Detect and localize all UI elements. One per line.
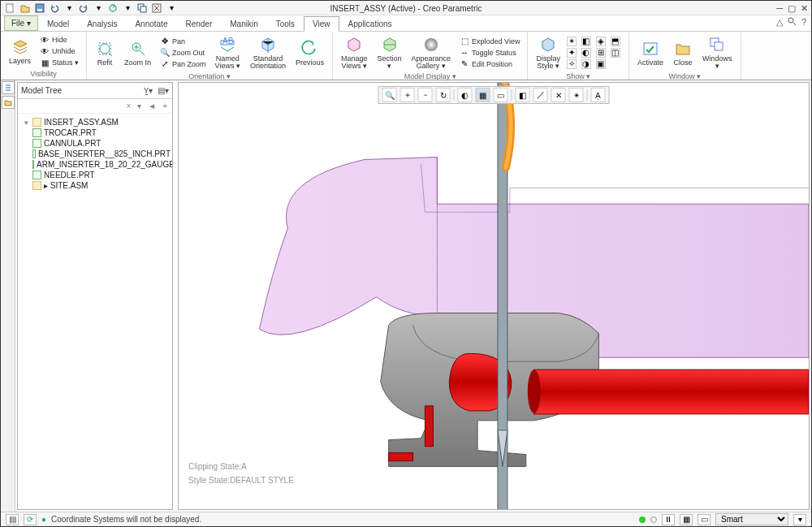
pan-zoom-button[interactable]: ⤢Pan Zoom [158, 58, 209, 70]
tree-item[interactable]: CANNULA.PRT [19, 138, 171, 149]
open-icon[interactable] [19, 2, 32, 15]
standard-orient-button[interactable]: Standard Orientation [247, 33, 289, 71]
tree-settings-icon[interactable]: ▤▾ [158, 86, 169, 95]
appearance-gallery-button[interactable]: Appearance Gallery ▾ [408, 33, 455, 71]
refit-icon[interactable]: 🔍 [382, 88, 397, 102]
clipping-state-label: Clipping State:A [188, 462, 294, 471]
close-win-icon[interactable] [150, 2, 163, 15]
tree-item[interactable]: ARM_INSERTER_18_20_22_GAUGE.PRT [19, 159, 171, 170]
tree-close-icon[interactable]: × [126, 102, 131, 110]
status-dropdown-icon[interactable]: ▾ [793, 514, 806, 525]
zoom-in-button[interactable]: Zoom In [121, 37, 154, 68]
tab-render[interactable]: Render [176, 16, 221, 31]
datum-point-icon[interactable]: ✕ [551, 88, 566, 102]
exploded-view-button[interactable]: ⬚Exploded View [457, 36, 522, 47]
shading-icon[interactable]: ◐ [458, 88, 473, 102]
tab-applications[interactable]: Applications [339, 16, 401, 31]
zoom-in-icon[interactable]: ＋ [400, 88, 415, 102]
zoom-out-button[interactable]: 🔍Zoom Out [158, 47, 209, 58]
close-icon[interactable]: ✕ [801, 3, 808, 14]
datum-axis-icon[interactable]: ／ [533, 88, 548, 102]
show-toggle-icon[interactable]: ◫ [611, 48, 620, 58]
layers-button[interactable]: Layers [6, 36, 34, 67]
status-tree-icon[interactable]: ▤ [6, 514, 19, 525]
show-toggle-icon[interactable]: ✦ [567, 48, 577, 58]
toggle-status-button[interactable]: ↔Toggle Status [457, 47, 522, 58]
pan-button[interactable]: ✥Pan [158, 36, 209, 47]
unhide-button[interactable]: 👁Unhide [37, 45, 81, 57]
windows-icon[interactable] [136, 2, 149, 15]
tab-file[interactable]: File ▾ [4, 15, 38, 31]
tab-tools[interactable]: Tools [267, 16, 304, 31]
close-button[interactable]: Close [670, 37, 696, 68]
tab-annotate[interactable]: Annotate [126, 16, 176, 31]
tree-item[interactable]: ▸ SITE.ASM [19, 180, 171, 191]
spin-icon[interactable]: ↻ [436, 88, 451, 102]
named-views-button[interactable]: ABNamed Views ▾ [212, 33, 244, 71]
visibility-stack: 👁Hide 👁Unhide ▦Status ▾ [37, 34, 81, 68]
refit-button[interactable]: Refit [92, 37, 118, 68]
dropdown-icon[interactable]: ▾ [121, 2, 134, 15]
3d-viewport[interactable]: 🔍 ＋ － ↻ ◐ ▦ ▭ ◧ ／ ✕ ✴ Ạ [178, 82, 810, 510]
dropdown-icon[interactable]: ▾ [63, 2, 76, 15]
save-icon[interactable] [33, 2, 46, 15]
tree-filter-icon[interactable]: Y̱▾ [144, 86, 153, 95]
show-toggle-icon[interactable]: ⬒ [611, 37, 620, 46]
side-tab-folder-icon[interactable] [2, 96, 15, 109]
status-box-icon[interactable]: ▭ [698, 514, 710, 525]
status-led-icon [639, 516, 646, 523]
maximize-icon[interactable]: ▢ [788, 3, 796, 14]
display-style-button[interactable]: Display Style ▾ [533, 33, 564, 71]
selection-filter-select[interactable]: Smart [715, 513, 788, 525]
tree-root[interactable]: ▾INSERT_ASSY.ASM [19, 117, 171, 127]
min-ribbon-icon[interactable]: △ [776, 17, 783, 28]
tree-item[interactable]: TROCAR.PRT [19, 127, 171, 138]
saved-view-icon[interactable]: ▦ [476, 88, 490, 102]
minimize-icon[interactable]: ─ [776, 3, 783, 13]
undo-icon[interactable] [48, 2, 61, 15]
tab-view[interactable]: View [304, 16, 339, 32]
annotation-icon[interactable]: Ạ [591, 88, 606, 102]
section-button[interactable]: Section ▾ [374, 33, 405, 71]
tree-dropdown-icon[interactable]: ▾ [137, 102, 141, 110]
show-toggle-icon[interactable]: ◐ [581, 48, 591, 58]
tab-analysis[interactable]: Analysis [78, 16, 126, 31]
dropdown-icon[interactable]: ▾ [92, 2, 105, 15]
status-grid-icon[interactable]: ▦ [680, 514, 693, 525]
tab-manikin[interactable]: Manikin [221, 16, 266, 31]
show-toggle-icon[interactable]: ⊞ [596, 48, 606, 58]
edit-position-button[interactable]: ✎Edit Position [457, 58, 522, 70]
tab-model[interactable]: Model [38, 16, 78, 31]
redo-icon[interactable] [77, 2, 90, 15]
show-toggle-icon[interactable]: ◈ [596, 37, 606, 46]
show-toggle-icon[interactable]: ◑ [581, 59, 591, 69]
show-toggle-icon[interactable]: ▣ [596, 59, 606, 69]
tree-item[interactable]: BASE_INSERTER__825_INCH.PRT [19, 149, 171, 159]
manage-views-button[interactable]: Manage Views ▾ [338, 33, 371, 71]
status-button[interactable]: ▦Status ▾ [37, 57, 81, 68]
search-icon[interactable] [788, 17, 797, 28]
activate-button[interactable]: Activate [634, 37, 667, 68]
named-views-icon: AB [218, 35, 237, 54]
regen-icon[interactable] [106, 2, 119, 15]
dropdown-icon[interactable]: ▾ [165, 2, 178, 15]
previous-button[interactable]: Previous [292, 37, 327, 68]
status-regenerate-icon[interactable]: ⟳ [24, 514, 37, 525]
show-toggle-icon[interactable]: ✧ [567, 59, 577, 69]
show-toggle-icon[interactable]: ✴ [567, 37, 577, 46]
tree-back-icon[interactable]: ◄ [148, 102, 156, 110]
show-toggle-icon[interactable]: ◧ [581, 37, 591, 46]
status-pause-icon[interactable]: ⏸ [662, 514, 675, 525]
help-icon[interactable]: ? [801, 17, 806, 28]
perspective-icon[interactable]: ▭ [494, 88, 508, 102]
datum-plane-icon[interactable]: ◧ [516, 88, 530, 102]
new-doc-icon[interactable] [4, 2, 17, 15]
status-message: Coordinate Systems will not be displayed… [51, 515, 201, 524]
windows-button[interactable]: Windows ▾ [699, 33, 736, 71]
zoom-out-icon[interactable]: － [418, 88, 433, 102]
side-tab-tree-icon[interactable] [2, 81, 15, 94]
csys-icon[interactable]: ✴ [569, 88, 584, 102]
tree-item[interactable]: NEEDLE.PRT [19, 170, 171, 180]
hide-button[interactable]: 👁Hide [37, 34, 81, 45]
tree-add-icon[interactable]: + [162, 102, 167, 110]
